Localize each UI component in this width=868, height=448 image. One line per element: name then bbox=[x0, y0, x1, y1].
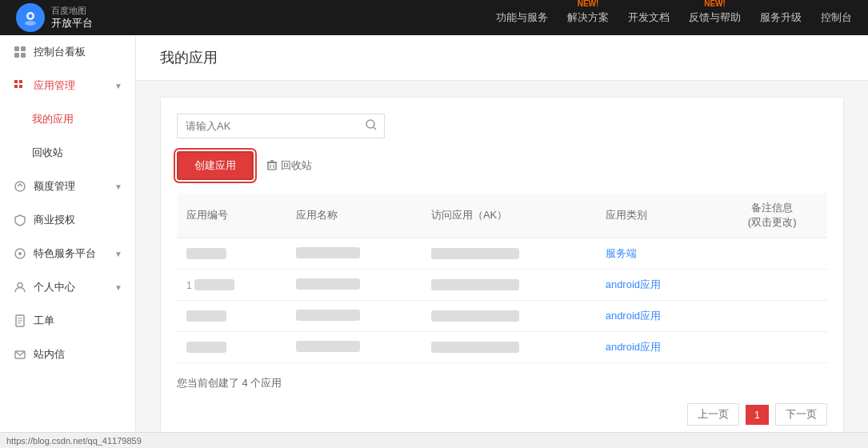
svg-point-1 bbox=[25, 21, 36, 26]
cell-name-1: 应用名称 bbox=[286, 238, 422, 270]
recycle-button[interactable]: 回收站 bbox=[266, 158, 312, 173]
col-header-name: 应用名称 bbox=[286, 193, 422, 238]
svg-rect-3 bbox=[14, 46, 19, 51]
nav-links: 功能与服务 解决方案 开发文档 反馈与帮助 服务升级 控制台 bbox=[496, 10, 852, 25]
sidebar-label-my-apps: 我的应用 bbox=[32, 112, 74, 126]
cell-num-4: 000000 bbox=[177, 332, 286, 363]
col-header-type: 应用类别 bbox=[596, 193, 718, 238]
logo-text: 百度地图 开放平台 bbox=[51, 5, 93, 30]
table-footer: 您当前创建了 4 个应用 bbox=[177, 376, 827, 390]
arrow-icon: ▼ bbox=[114, 82, 122, 90]
nav-features[interactable]: 功能与服务 bbox=[496, 10, 548, 25]
logo-icon bbox=[16, 3, 45, 32]
svg-rect-4 bbox=[21, 46, 26, 51]
svg-rect-7 bbox=[14, 80, 18, 83]
cell-type-4: android应用 bbox=[596, 332, 718, 363]
cell-type-1: 服务端 bbox=[596, 238, 718, 270]
footer-text: 您当前创建了 4 个应用 bbox=[177, 377, 282, 389]
sidebar-label-recycle: 回收站 bbox=[32, 146, 63, 160]
sidebar: 控制台看板 应用管理 ▼ 我的应用 回收站 bbox=[0, 35, 136, 448]
col-header-num: 应用编号 bbox=[177, 193, 286, 238]
mail-icon bbox=[13, 347, 27, 362]
sidebar-label-commercial: 商业授权 bbox=[34, 213, 75, 227]
svg-rect-10 bbox=[19, 85, 22, 88]
cell-notes-1 bbox=[717, 238, 827, 270]
create-app-button[interactable]: 创建应用 bbox=[177, 151, 254, 180]
svg-rect-8 bbox=[19, 80, 22, 83]
nav-solutions[interactable]: 解决方案 bbox=[567, 10, 609, 25]
svg-rect-9 bbox=[14, 85, 18, 88]
sidebar-label-app-management: 应用管理 bbox=[34, 78, 75, 93]
sidebar-item-recycle[interactable]: 回收站 bbox=[0, 136, 135, 170]
svg-rect-5 bbox=[14, 53, 19, 58]
current-page: 1 bbox=[746, 405, 769, 425]
sidebar-item-special-service[interactable]: 特色服务平台 ▼ bbox=[0, 237, 135, 270]
layout: 控制台看板 应用管理 ▼ 我的应用 回收站 bbox=[0, 35, 868, 448]
svg-line-21 bbox=[374, 127, 376, 130]
svg-point-2 bbox=[29, 14, 33, 18]
sidebar-item-station-mail[interactable]: 站内信 bbox=[0, 338, 135, 371]
content-area: 创建应用 回收站 应用编号 应用名称 bbox=[160, 97, 844, 442]
cell-ak-1: XXXXXXXXXX bbox=[422, 238, 596, 270]
search-button[interactable] bbox=[358, 115, 384, 137]
logo-area: 百度地图 开放平台 bbox=[16, 3, 93, 32]
sidebar-label-workorder: 工单 bbox=[34, 314, 54, 328]
table-row: 1 000000 应用名称 XXXXXXXXXX android应用 bbox=[177, 270, 827, 301]
pagination: 上一页 1 下一页 bbox=[177, 403, 827, 426]
sidebar-item-app-management[interactable]: 应用管理 ▼ bbox=[0, 69, 135, 102]
status-bar: https://blog.csdn.net/qq_41179859 bbox=[0, 432, 868, 448]
nav-upgrade[interactable]: 服务升级 bbox=[760, 10, 802, 25]
sidebar-label-dashboard: 控制台看板 bbox=[34, 45, 86, 59]
next-page-button[interactable]: 下一页 bbox=[775, 403, 827, 426]
doc-icon bbox=[13, 314, 27, 328]
sidebar-label-station-mail: 站内信 bbox=[34, 347, 65, 362]
arrow-icon-personal: ▼ bbox=[114, 283, 122, 292]
cell-num-2: 1 000000 bbox=[177, 270, 286, 301]
prev-page-button[interactable]: 上一页 bbox=[687, 403, 739, 426]
cell-notes-4 bbox=[717, 332, 827, 363]
app-table: 应用编号 应用名称 访问应用（AK） 应用类别 备注信息(双击更改) 00000… bbox=[177, 193, 827, 363]
nav-console[interactable]: 控制台 bbox=[821, 10, 852, 25]
col-header-notes: 备注信息(双击更改) bbox=[717, 193, 827, 238]
sidebar-item-personal-center[interactable]: 个人中心 ▼ bbox=[0, 270, 135, 304]
svg-point-20 bbox=[366, 120, 374, 128]
sidebar-item-commercial[interactable]: 商业授权 bbox=[0, 203, 135, 237]
cell-num-3: 000000 bbox=[177, 301, 286, 332]
cell-ak-3: XXXXXXXXXX bbox=[422, 301, 596, 332]
cell-name-2: 应用名称 bbox=[286, 270, 422, 301]
svg-rect-22 bbox=[268, 162, 276, 170]
shield-icon bbox=[13, 213, 27, 227]
status-url: https://blog.csdn.net/qq_41179859 bbox=[6, 436, 142, 446]
table-header-row: 应用编号 应用名称 访问应用（AK） 应用类别 备注信息(双击更改) bbox=[177, 193, 827, 238]
svg-point-11 bbox=[15, 182, 25, 191]
quota-icon bbox=[13, 179, 27, 194]
table-row: 000000 应用名称 XXXXXXXXXX android应用 bbox=[177, 301, 827, 332]
sidebar-item-my-apps[interactable]: 我的应用 bbox=[0, 102, 135, 136]
sidebar-item-dashboard[interactable]: 控制台看板 bbox=[0, 35, 135, 69]
sidebar-item-quota[interactable]: 额度管理 ▼ bbox=[0, 170, 135, 203]
sidebar-item-workorder[interactable]: 工单 bbox=[0, 304, 135, 338]
nav-feedback[interactable]: 反馈与帮助 bbox=[689, 10, 741, 25]
svg-rect-6 bbox=[21, 53, 26, 58]
sidebar-label-quota: 额度管理 bbox=[34, 179, 75, 194]
recycle-label: 回收站 bbox=[281, 158, 312, 173]
nav-docs[interactable]: 开发文档 bbox=[628, 10, 670, 25]
cell-ak-4: XXXXXXXXXX bbox=[422, 332, 596, 363]
btn-row: 创建应用 回收站 bbox=[177, 151, 827, 180]
cell-ak-2: XXXXXXXXXX bbox=[422, 270, 596, 301]
cell-type-2: android应用 bbox=[596, 270, 718, 301]
search-row bbox=[177, 114, 827, 138]
cell-notes-2 bbox=[717, 270, 827, 301]
svg-point-14 bbox=[18, 283, 22, 288]
svg-point-13 bbox=[18, 252, 22, 255]
main-content: 我的应用 创建应用 bbox=[136, 35, 868, 448]
header: 百度地图 开放平台 功能与服务 解决方案 开发文档 反馈与帮助 服务升级 控制台 bbox=[0, 0, 868, 35]
cell-type-3: android应用 bbox=[596, 301, 718, 332]
arrow-icon-special: ▼ bbox=[114, 250, 122, 258]
apps-icon bbox=[13, 78, 27, 93]
sidebar-label-personal-center: 个人中心 bbox=[34, 280, 75, 294]
grid-icon bbox=[13, 45, 27, 59]
cell-name-4: 应用名称 bbox=[286, 332, 422, 363]
search-input[interactable] bbox=[178, 114, 358, 138]
arrow-icon-quota: ▼ bbox=[114, 182, 122, 191]
